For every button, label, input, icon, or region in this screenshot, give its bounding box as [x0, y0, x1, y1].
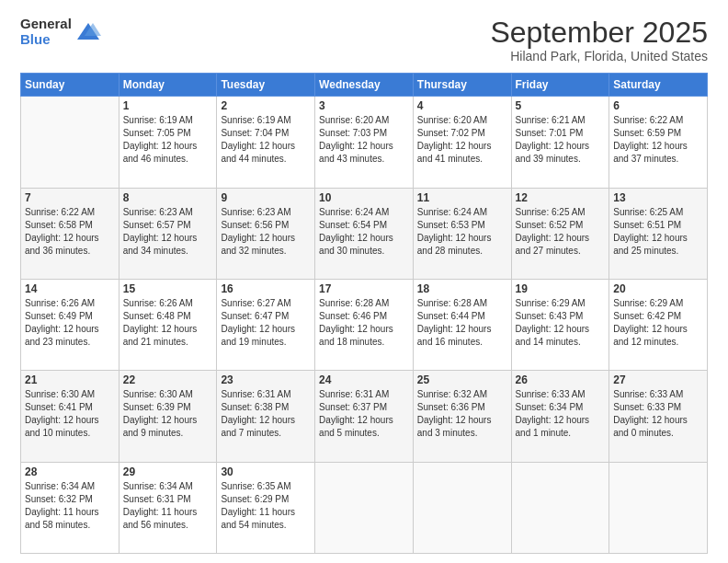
day-info: Sunrise: 6:19 AM Sunset: 7:05 PM Dayligh… — [123, 114, 213, 166]
table-row: 18Sunrise: 6:28 AM Sunset: 6:44 PM Dayli… — [413, 279, 511, 370]
table-row: 20Sunrise: 6:29 AM Sunset: 6:42 PM Dayli… — [609, 279, 708, 370]
logo-text: General Blue — [20, 17, 72, 47]
table-row: 4Sunrise: 6:20 AM Sunset: 7:02 PM Daylig… — [413, 97, 511, 188]
main-title: September 2025 — [490, 17, 708, 49]
table-row: 26Sunrise: 6:33 AM Sunset: 6:34 PM Dayli… — [511, 371, 609, 462]
table-row: 9Sunrise: 6:23 AM Sunset: 6:56 PM Daylig… — [217, 188, 315, 279]
table-row: 3Sunrise: 6:20 AM Sunset: 7:03 PM Daylig… — [315, 97, 414, 188]
day-info: Sunrise: 6:23 AM Sunset: 6:56 PM Dayligh… — [221, 206, 311, 258]
day-number: 21 — [25, 373, 115, 386]
table-row — [413, 462, 511, 553]
table-row: 24Sunrise: 6:31 AM Sunset: 6:37 PM Dayli… — [315, 371, 414, 462]
day-info: Sunrise: 6:23 AM Sunset: 6:57 PM Dayligh… — [123, 206, 213, 258]
day-number: 19 — [516, 282, 606, 295]
table-row: 12Sunrise: 6:25 AM Sunset: 6:52 PM Dayli… — [511, 188, 609, 279]
day-number: 18 — [417, 282, 507, 295]
day-number: 29 — [123, 465, 213, 478]
day-number: 12 — [516, 191, 606, 204]
day-info: Sunrise: 6:28 AM Sunset: 6:46 PM Dayligh… — [319, 297, 409, 349]
day-info: Sunrise: 6:19 AM Sunset: 7:04 PM Dayligh… — [221, 114, 311, 166]
table-row: 16Sunrise: 6:27 AM Sunset: 6:47 PM Dayli… — [217, 279, 315, 370]
table-row: 7Sunrise: 6:22 AM Sunset: 6:58 PM Daylig… — [21, 188, 119, 279]
table-row: 14Sunrise: 6:26 AM Sunset: 6:49 PM Dayli… — [21, 279, 119, 370]
day-info: Sunrise: 6:33 AM Sunset: 6:33 PM Dayligh… — [613, 388, 703, 440]
logo: General Blue — [20, 17, 101, 47]
table-row: 5Sunrise: 6:21 AM Sunset: 7:01 PM Daylig… — [511, 97, 609, 188]
header-friday: Friday — [511, 74, 609, 97]
day-number: 28 — [25, 465, 115, 478]
header-tuesday: Tuesday — [217, 74, 315, 97]
header-monday: Monday — [119, 74, 217, 97]
table-row: 10Sunrise: 6:24 AM Sunset: 6:54 PM Dayli… — [315, 188, 414, 279]
table-row: 23Sunrise: 6:31 AM Sunset: 6:38 PM Dayli… — [217, 371, 315, 462]
day-number: 17 — [319, 282, 409, 295]
table-row: 22Sunrise: 6:30 AM Sunset: 6:39 PM Dayli… — [119, 371, 217, 462]
logo-icon — [75, 19, 101, 45]
table-row: 1Sunrise: 6:19 AM Sunset: 7:05 PM Daylig… — [119, 97, 217, 188]
day-number: 13 — [613, 191, 703, 204]
header-sunday: Sunday — [21, 74, 119, 97]
day-info: Sunrise: 6:33 AM Sunset: 6:34 PM Dayligh… — [516, 388, 606, 440]
day-number: 25 — [417, 373, 507, 386]
table-row — [315, 462, 414, 553]
day-info: Sunrise: 6:20 AM Sunset: 7:02 PM Dayligh… — [417, 114, 507, 166]
weekday-header-row: Sunday Monday Tuesday Wednesday Thursday… — [21, 74, 708, 97]
day-info: Sunrise: 6:29 AM Sunset: 6:42 PM Dayligh… — [613, 297, 703, 349]
day-info: Sunrise: 6:30 AM Sunset: 6:39 PM Dayligh… — [123, 388, 213, 440]
subtitle: Hiland Park, Florida, United States — [490, 49, 708, 63]
header-wednesday: Wednesday — [315, 74, 414, 97]
calendar-table: Sunday Monday Tuesday Wednesday Thursday… — [20, 73, 708, 554]
day-number: 14 — [25, 282, 115, 295]
day-info: Sunrise: 6:29 AM Sunset: 6:43 PM Dayligh… — [516, 297, 606, 349]
day-info: Sunrise: 6:30 AM Sunset: 6:41 PM Dayligh… — [25, 388, 115, 440]
table-row: 17Sunrise: 6:28 AM Sunset: 6:46 PM Dayli… — [315, 279, 414, 370]
table-row: 29Sunrise: 6:34 AM Sunset: 6:31 PM Dayli… — [119, 462, 217, 553]
calendar-week-row: 1Sunrise: 6:19 AM Sunset: 7:05 PM Daylig… — [21, 97, 708, 188]
calendar-week-row: 21Sunrise: 6:30 AM Sunset: 6:41 PM Dayli… — [21, 371, 708, 462]
day-number: 15 — [123, 282, 213, 295]
day-info: Sunrise: 6:24 AM Sunset: 6:53 PM Dayligh… — [417, 206, 507, 258]
day-number: 2 — [221, 99, 311, 112]
day-number: 27 — [613, 373, 703, 386]
day-number: 30 — [221, 465, 311, 478]
day-info: Sunrise: 6:25 AM Sunset: 6:52 PM Dayligh… — [516, 206, 606, 258]
table-row: 21Sunrise: 6:30 AM Sunset: 6:41 PM Dayli… — [21, 371, 119, 462]
day-info: Sunrise: 6:20 AM Sunset: 7:03 PM Dayligh… — [319, 114, 409, 166]
day-info: Sunrise: 6:21 AM Sunset: 7:01 PM Dayligh… — [516, 114, 606, 166]
table-row — [21, 97, 119, 188]
table-row: 11Sunrise: 6:24 AM Sunset: 6:53 PM Dayli… — [413, 188, 511, 279]
calendar-week-row: 14Sunrise: 6:26 AM Sunset: 6:49 PM Dayli… — [21, 279, 708, 370]
day-info: Sunrise: 6:34 AM Sunset: 6:32 PM Dayligh… — [25, 480, 115, 532]
day-info: Sunrise: 6:32 AM Sunset: 6:36 PM Dayligh… — [417, 388, 507, 440]
day-info: Sunrise: 6:27 AM Sunset: 6:47 PM Dayligh… — [221, 297, 311, 349]
table-row: 2Sunrise: 6:19 AM Sunset: 7:04 PM Daylig… — [217, 97, 315, 188]
day-number: 8 — [123, 191, 213, 204]
day-number: 6 — [613, 99, 703, 112]
day-info: Sunrise: 6:35 AM Sunset: 6:29 PM Dayligh… — [221, 480, 311, 532]
day-info: Sunrise: 6:26 AM Sunset: 6:48 PM Dayligh… — [123, 297, 213, 349]
table-row — [511, 462, 609, 553]
header-saturday: Saturday — [609, 74, 708, 97]
title-block: September 2025 Hiland Park, Florida, Uni… — [490, 17, 708, 63]
calendar-week-row: 28Sunrise: 6:34 AM Sunset: 6:32 PM Dayli… — [21, 462, 708, 553]
page: General Blue September 2025 Hiland Park,… — [0, 0, 728, 563]
day-number: 22 — [123, 373, 213, 386]
table-row: 27Sunrise: 6:33 AM Sunset: 6:33 PM Dayli… — [609, 371, 708, 462]
table-row: 28Sunrise: 6:34 AM Sunset: 6:32 PM Dayli… — [21, 462, 119, 553]
day-info: Sunrise: 6:22 AM Sunset: 6:58 PM Dayligh… — [25, 206, 115, 258]
day-info: Sunrise: 6:28 AM Sunset: 6:44 PM Dayligh… — [417, 297, 507, 349]
day-number: 23 — [221, 373, 311, 386]
logo-general: General — [20, 17, 72, 32]
day-number: 16 — [221, 282, 311, 295]
table-row: 25Sunrise: 6:32 AM Sunset: 6:36 PM Dayli… — [413, 371, 511, 462]
day-number: 5 — [516, 99, 606, 112]
table-row: 30Sunrise: 6:35 AM Sunset: 6:29 PM Dayli… — [217, 462, 315, 553]
table-row: 13Sunrise: 6:25 AM Sunset: 6:51 PM Dayli… — [609, 188, 708, 279]
table-row: 8Sunrise: 6:23 AM Sunset: 6:57 PM Daylig… — [119, 188, 217, 279]
header: General Blue September 2025 Hiland Park,… — [20, 17, 708, 63]
day-number: 7 — [25, 191, 115, 204]
header-thursday: Thursday — [413, 74, 511, 97]
day-number: 4 — [417, 99, 507, 112]
day-number: 9 — [221, 191, 311, 204]
table-row — [609, 462, 708, 553]
